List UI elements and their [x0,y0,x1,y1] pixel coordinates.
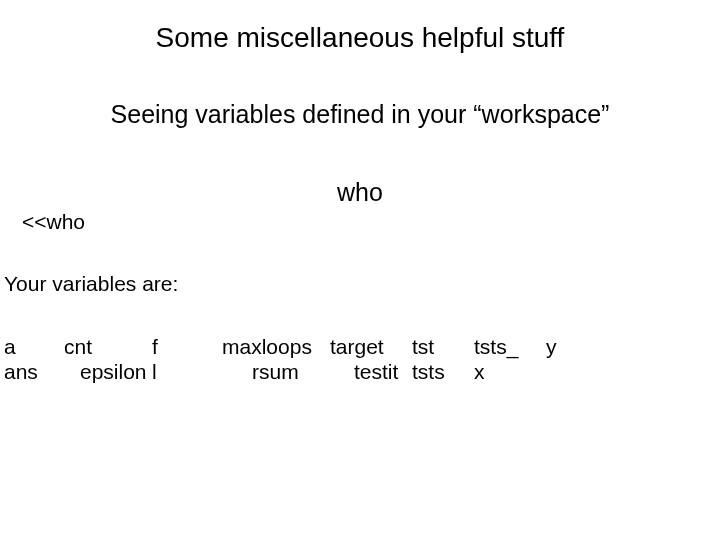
var-cell: tst [412,334,474,359]
console-prompt: <<who [22,210,85,234]
variables-grid: acntfmaxloopstargettsttsts_y ansepsilonl… [4,334,586,384]
variables-row-2: ansepsilonlrsumtestittstsx [4,359,586,384]
var-cell: x [474,359,546,384]
var-cell: f [152,334,222,359]
var-cell: rsum [222,359,330,384]
var-cell: a [4,334,64,359]
var-cell: target [330,334,412,359]
slide: Some miscellaneous helpful stuff Seeing … [0,0,720,540]
slide-subtitle: Seeing variables defined in your “worksp… [0,100,720,129]
var-cell: maxloops [222,334,330,359]
var-cell: testit [330,359,412,384]
var-cell: epsilon [64,359,152,384]
var-cell: y [546,334,586,359]
var-cell: cnt [64,334,152,359]
var-cell: tsts_ [474,334,546,359]
var-cell: tsts [412,359,474,384]
slide-title: Some miscellaneous helpful stuff [0,22,720,54]
variables-label: Your variables are: [4,272,178,296]
var-cell: ans [4,359,64,384]
variables-row-1: acntfmaxloopstargettsttsts_y [4,334,586,359]
var-cell: l [152,359,222,384]
command-label: who [0,178,720,207]
